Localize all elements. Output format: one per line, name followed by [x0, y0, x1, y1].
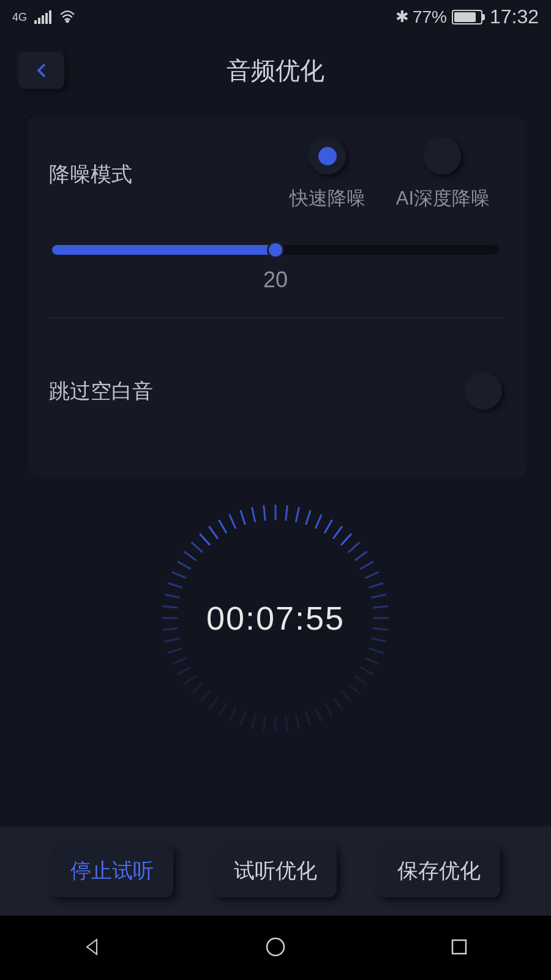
svg-line-38: [200, 691, 210, 703]
svg-line-37: [209, 697, 218, 709]
svg-line-4: [305, 510, 310, 525]
svg-line-55: [209, 526, 218, 538]
clock-time: 17:32: [490, 6, 539, 28]
svg-line-3: [296, 507, 299, 522]
svg-line-10: [354, 551, 367, 560]
page-title: 音频优化: [227, 54, 324, 88]
status-right: ✱ 77% 17:32: [395, 6, 539, 28]
svg-line-43: [168, 648, 182, 653]
svg-line-13: [369, 583, 383, 588]
timer-container: 00:07:55: [0, 502, 551, 734]
noise-slider[interactable]: 20: [49, 245, 502, 293]
radio-option-ai-deep[interactable]: AI深度降噪: [396, 138, 490, 211]
svg-line-28: [305, 711, 310, 726]
svg-line-7: [333, 526, 342, 538]
svg-line-18: [372, 638, 386, 641]
svg-line-54: [200, 534, 210, 546]
svg-line-57: [230, 514, 236, 529]
bottom-action-bar: 停止试听 试听优化 保存优化: [0, 826, 551, 916]
svg-line-20: [365, 658, 379, 664]
radio-circle-selected: [309, 138, 346, 175]
settings-panel: 降噪模式 快速降噪 AI深度降噪 20 跳过空白音: [24, 113, 527, 477]
timer-value: 00:07:55: [206, 599, 345, 637]
chevron-left-icon: [32, 61, 51, 80]
svg-line-17: [373, 628, 388, 630]
svg-line-5: [315, 514, 321, 529]
noise-reduction-options: 快速降噪 AI深度降噪: [290, 138, 490, 211]
radio-label-ai-deep: AI深度降噪: [396, 186, 490, 211]
svg-line-36: [219, 703, 227, 717]
radio-label-fast: 快速降噪: [290, 186, 365, 211]
stop-preview-button[interactable]: 停止试听: [51, 845, 173, 897]
svg-line-27: [315, 707, 321, 722]
svg-line-50: [172, 572, 186, 578]
svg-line-58: [241, 510, 246, 525]
svg-line-60: [264, 505, 266, 521]
header: 音频优化: [0, 34, 551, 101]
svg-line-56: [219, 520, 227, 533]
svg-line-6: [324, 520, 332, 533]
nav-home-button[interactable]: [263, 935, 288, 962]
svg-line-44: [165, 638, 179, 641]
svg-line-22: [354, 676, 367, 685]
svg-line-12: [365, 572, 379, 578]
svg-line-26: [324, 703, 332, 717]
skip-silence-row: 跳过空白音: [49, 342, 502, 453]
svg-line-8: [341, 534, 351, 546]
slider-thumb[interactable]: [267, 241, 284, 258]
svg-line-25: [333, 697, 342, 709]
svg-line-11: [361, 562, 374, 570]
slider-track: [52, 245, 499, 255]
save-optimize-button[interactable]: 保存优化: [378, 845, 500, 897]
svg-line-15: [373, 606, 388, 608]
svg-line-51: [178, 562, 191, 570]
svg-line-48: [165, 595, 179, 598]
svg-line-52: [184, 551, 196, 560]
back-button[interactable]: [18, 52, 64, 89]
svg-line-41: [178, 667, 191, 675]
svg-line-47: [163, 606, 178, 608]
divider: [49, 317, 502, 318]
svg-line-40: [184, 676, 196, 685]
svg-line-23: [348, 684, 360, 694]
svg-line-30: [286, 715, 288, 731]
skip-silence-toggle[interactable]: [465, 373, 502, 410]
battery-percent: 77%: [413, 7, 447, 27]
bluetooth-icon: ✱: [395, 7, 409, 26]
battery-icon: [452, 10, 482, 24]
svg-point-61: [267, 938, 284, 956]
timer-dial: 00:07:55: [159, 502, 392, 734]
svg-line-59: [252, 507, 255, 522]
skip-silence-label: 跳过空白音: [49, 377, 171, 405]
svg-line-21: [361, 667, 374, 675]
svg-line-32: [264, 715, 266, 731]
signal-icon: [34, 10, 51, 24]
svg-line-39: [192, 684, 203, 694]
radio-option-fast[interactable]: 快速降噪: [290, 138, 365, 211]
system-nav-bar: [0, 916, 551, 980]
slider-fill: [52, 245, 276, 255]
network-type: 4G: [12, 12, 27, 23]
svg-point-0: [66, 20, 68, 22]
svg-line-19: [369, 648, 383, 653]
svg-line-9: [348, 542, 360, 552]
nav-recent-button[interactable]: [447, 935, 471, 962]
preview-optimize-button[interactable]: 试听优化: [214, 845, 337, 897]
noise-reduction-label: 降噪模式: [49, 160, 171, 189]
status-bar: 4G ✱ 77% 17:32: [0, 0, 551, 34]
status-left: 4G: [12, 7, 76, 27]
slider-value: 20: [52, 267, 499, 293]
svg-line-45: [163, 628, 178, 630]
svg-line-14: [372, 595, 386, 598]
svg-line-35: [230, 707, 236, 722]
svg-line-29: [296, 714, 299, 729]
noise-reduction-row: 降噪模式 快速降噪 AI深度降噪: [49, 138, 502, 211]
svg-line-2: [286, 505, 288, 521]
svg-line-53: [192, 542, 203, 552]
svg-line-42: [172, 658, 186, 664]
svg-line-49: [168, 583, 182, 588]
svg-line-24: [341, 691, 351, 703]
wifi-icon: [59, 7, 76, 27]
svg-line-34: [241, 711, 246, 726]
nav-back-button[interactable]: [80, 935, 104, 962]
